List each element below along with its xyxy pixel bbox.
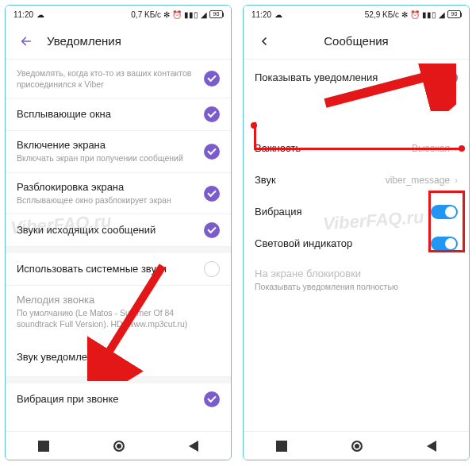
phone-right: 11:20 ☁ 52,9 KБ/c ✻ ⏰ ▮▮▯ ◢ 90 Сообщения… — [243, 5, 470, 460]
back-button[interactable] — [17, 32, 36, 51]
row-vibrate-call[interactable]: Вибрация при звонке — [6, 383, 231, 415]
bluetooth-icon: ✻ — [163, 10, 170, 19]
row-title: Вибрация при звонке — [17, 393, 196, 406]
settings-list: Уведомлять, когда кто-то из ваших контак… — [6, 60, 231, 431]
row-notification-sound[interactable]: Звук уведомления — [6, 338, 231, 378]
row-sub: По умолчанию (Le Matos - Summer Of 84 so… — [17, 308, 212, 329]
toggle-switch[interactable] — [431, 71, 458, 85]
alarm-icon: ⏰ — [410, 10, 420, 19]
nav-bar — [6, 431, 231, 460]
row-title: Включение экрана — [17, 139, 196, 152]
row-screen-on[interactable]: Включение экрана Включать экран при полу… — [6, 131, 231, 173]
nav-recent-icon[interactable] — [276, 441, 287, 452]
row-title: Звуки исходящих сообщений — [17, 224, 196, 237]
row-vibration[interactable]: Вибрация — [244, 196, 469, 228]
checkbox-icon[interactable] — [204, 186, 220, 202]
wifi-icon: ◢ — [439, 10, 445, 19]
page-title: Уведомления — [47, 34, 121, 48]
signal-icon: ▮▮▯ — [184, 10, 198, 19]
row-unlock[interactable]: Разблокировка экрана Всплывающее окно ра… — [6, 173, 231, 215]
bluetooth-icon: ✻ — [401, 10, 408, 19]
row-sub: Всплывающее окно разблокирует экран — [17, 195, 196, 206]
row-title: Использовать системные звуки — [17, 263, 196, 276]
row-title: Звук уведомления — [17, 351, 212, 364]
header: Уведомления — [6, 23, 231, 60]
checkbox-icon[interactable] — [204, 106, 220, 122]
divider — [6, 247, 231, 253]
header: Сообщения — [244, 23, 469, 60]
settings-list: Показывать уведомления Важность Высокая … — [244, 60, 469, 431]
back-button[interactable] — [255, 32, 274, 51]
checkbox-icon[interactable] — [204, 261, 220, 277]
row-title: Звук — [255, 174, 378, 187]
checkbox-icon[interactable] — [204, 222, 220, 238]
toggle-switch[interactable] — [431, 205, 458, 219]
row-title: Вибрация — [255, 206, 423, 219]
row-ringtone[interactable]: Мелодия звонка По умолчанию (Le Matos - … — [6, 286, 231, 337]
row-lockscreen[interactable]: На экране блокировки Показывать уведомле… — [244, 260, 469, 301]
chevron-right-icon: › — [455, 175, 458, 186]
status-bar: 11:20 ☁ 52,9 KБ/c ✻ ⏰ ▮▮▯ ◢ 90 — [244, 6, 469, 23]
nav-bar — [244, 431, 469, 460]
divider — [6, 377, 231, 383]
status-cloud-icon: ☁ — [36, 10, 44, 19]
battery-icon: 90 — [209, 10, 223, 18]
row-sub: Включать экран при получении сообщений — [17, 153, 196, 164]
row-title: Мелодия звонка — [17, 294, 212, 307]
row-title: Световой индикатор — [255, 237, 423, 251]
row-title: На экране блокировки — [255, 268, 450, 281]
wifi-icon: ◢ — [201, 10, 207, 19]
status-time: 11:20 — [251, 10, 271, 19]
row-outgoing-sounds[interactable]: Звуки исходящих сообщений — [6, 214, 231, 247]
page-title: Сообщения — [324, 34, 388, 48]
phone-left: 11:20 ☁ 0,7 KБ/c ✻ ⏰ ▮▮▯ ◢ 90 Уведомлени… — [5, 5, 232, 460]
status-time: 11:20 — [13, 10, 33, 19]
battery-icon: 90 — [447, 10, 461, 18]
status-bar: 11:20 ☁ 0,7 KБ/c ✻ ⏰ ▮▮▯ ◢ 90 — [6, 6, 231, 23]
alarm-icon: ⏰ — [172, 10, 182, 19]
row-sound[interactable]: Звук viber_message › — [244, 164, 469, 196]
nav-recent-icon[interactable] — [38, 441, 49, 452]
nav-back-icon[interactable] — [427, 441, 436, 452]
row-title: Всплывающие окна — [17, 108, 196, 121]
status-speed: 52,9 KБ/c — [365, 10, 399, 19]
row-title: Показывать уведомления — [255, 71, 423, 85]
nav-home-icon[interactable] — [113, 441, 125, 452]
status-cloud-icon: ☁ — [274, 10, 282, 19]
row-sub: Показывать уведомления полностью — [255, 282, 450, 293]
nav-home-icon[interactable] — [351, 441, 363, 452]
row-led[interactable]: Световой индикатор — [244, 228, 469, 260]
status-speed: 0,7 KБ/c — [131, 10, 161, 19]
toggle-switch[interactable] — [431, 237, 458, 251]
row-popup[interactable]: Всплывающие окна — [6, 98, 231, 131]
row-title: Разблокировка экрана — [17, 181, 196, 194]
annotation-underline — [254, 148, 462, 150]
row-value: viber_message — [386, 175, 450, 186]
signal-icon: ▮▮▯ — [422, 10, 436, 19]
checkbox-icon[interactable] — [204, 391, 220, 407]
checkbox-icon[interactable] — [204, 71, 220, 87]
nav-back-icon[interactable] — [189, 441, 198, 452]
row-show-notifications[interactable]: Показывать уведомления — [244, 60, 469, 96]
checkbox-icon[interactable] — [204, 144, 220, 160]
row-system-sounds[interactable]: Использовать системные звуки — [6, 253, 231, 286]
row-contact-joined[interactable]: Уведомлять, когда кто-то из ваших контак… — [6, 60, 231, 98]
row-sub: Уведомлять, когда кто-то из ваших контак… — [17, 68, 196, 90]
